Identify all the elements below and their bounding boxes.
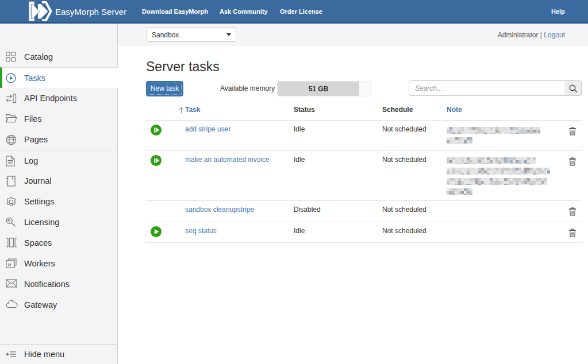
svg-text:»: » — [7, 261, 11, 268]
